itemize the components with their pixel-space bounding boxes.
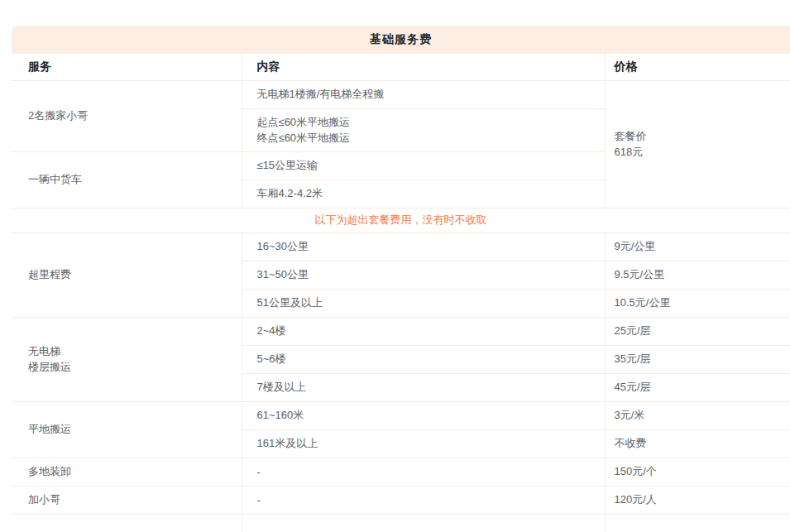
price-cell: 120元/人: [605, 486, 790, 514]
table-row: 无电梯 楼层搬运 2~4楼 25元/层: [12, 317, 790, 345]
price-cell: 25元/层: [605, 317, 790, 345]
table-row: 超里程费 16~30公里 9元/公里: [12, 232, 790, 261]
section-banner-row: 以下为超出套餐费用，没有时不收取: [12, 208, 790, 232]
basic-service-fee-card: 基础服务费 服务 内容 价格 2名搬家小哥 无电梯1楼搬/有电梯全程搬 套餐价 …: [12, 26, 790, 532]
content-cell: -: [242, 458, 605, 486]
content-cell: [242, 514, 605, 532]
column-header-service: 服务: [12, 54, 242, 80]
content-line: 起点≤60米平地搬运: [257, 114, 604, 130]
card-title: 基础服务费: [12, 26, 790, 54]
content-cell: ≤15公里运输: [242, 151, 605, 180]
service-line: 楼层搬运: [28, 359, 241, 375]
content-cell: 5~6楼: [242, 345, 605, 373]
table-row: 多地装卸 - 150元/个: [12, 458, 790, 486]
content-cell: 161米及以上: [242, 429, 605, 458]
service-cell-movers: 2名搬家小哥: [12, 80, 242, 151]
content-cell: 无电梯1楼搬/有电梯全程搬: [242, 80, 605, 108]
content-cell: 车厢4.2-4.2米: [242, 180, 605, 208]
table-header-row: 服务 内容 价格: [12, 54, 790, 80]
price-cell: [605, 514, 790, 532]
service-cell-stairs: 无电梯 楼层搬运: [12, 317, 242, 401]
content-cell: -: [242, 486, 605, 514]
price-cell: 3元/米: [605, 401, 790, 429]
table-row: 2名搬家小哥 无电梯1楼搬/有电梯全程搬 套餐价 618元: [12, 80, 790, 108]
price-cell: 35元/层: [605, 345, 790, 373]
content-cell: 2~4楼: [242, 317, 605, 345]
service-cell-extra-helper: 加小哥: [12, 486, 242, 514]
table-row-partial: [12, 514, 790, 532]
price-cell: 45元/层: [605, 373, 790, 401]
service-cell-flat: 平地搬运: [12, 401, 242, 458]
package-price-label: 套餐价: [615, 128, 790, 144]
service-cell-mileage: 超里程费: [12, 232, 242, 317]
content-cell: 16~30公里: [242, 232, 605, 261]
content-cell: 61~160米: [242, 401, 605, 429]
service-cell-multi-load: 多地装卸: [12, 458, 242, 486]
content-cell: 51公里及以上: [242, 289, 605, 317]
price-cell: 不收费: [605, 429, 790, 458]
price-cell: 10.5元/公里: [605, 289, 790, 317]
service-cell: [12, 514, 242, 532]
content-cell: 31~50公里: [242, 261, 605, 289]
column-header-price: 价格: [605, 54, 790, 80]
column-header-content: 内容: [242, 54, 605, 80]
service-cell-truck: 一辆中货车: [12, 151, 242, 208]
content-cell: 7楼及以上: [242, 373, 605, 401]
price-cell-package: 套餐价 618元: [605, 80, 790, 208]
price-cell: 9元/公里: [605, 232, 790, 261]
price-cell: 9.5元/公里: [605, 261, 790, 289]
overage-banner: 以下为超出套餐费用，没有时不收取: [12, 208, 790, 232]
price-table: 服务 内容 价格 2名搬家小哥 无电梯1楼搬/有电梯全程搬 套餐价 618元 起…: [12, 54, 790, 532]
package-price-value: 618元: [615, 144, 790, 160]
table-row: 加小哥 - 120元/人: [12, 486, 790, 514]
price-cell: 150元/个: [605, 458, 790, 486]
content-line: 终点≤60米平地搬运: [257, 130, 604, 146]
content-cell: 起点≤60米平地搬运 终点≤60米平地搬运: [242, 108, 605, 151]
service-line: 无电梯: [28, 343, 241, 359]
table-row: 平地搬运 61~160米 3元/米: [12, 401, 790, 429]
